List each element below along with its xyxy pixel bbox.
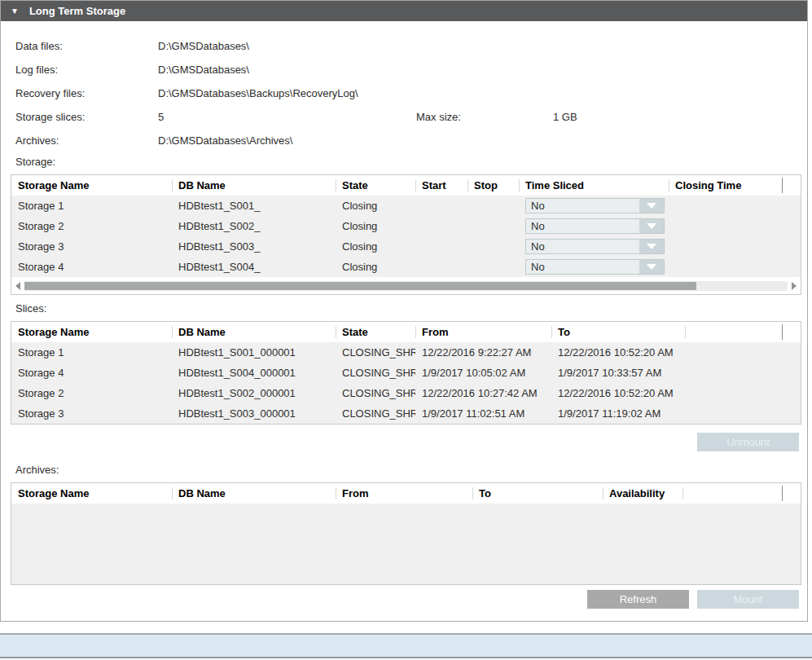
refresh-button[interactable]: Refresh — [587, 590, 689, 609]
cell-storage_name: Storage 4 — [11, 257, 172, 277]
cell-storage_name: Storage 2 — [11, 216, 172, 236]
column-header-stop[interactable]: Stop — [467, 175, 519, 196]
cell-start — [415, 196, 467, 216]
scrollbar-track[interactable] — [24, 281, 788, 291]
field-value: D:\GMSDatabases\Archives\ — [158, 134, 292, 147]
field-label: Archives: — [15, 134, 158, 147]
field-value: D:\GMSDatabases\ — [158, 64, 249, 76]
field-label: Data files: — [15, 40, 158, 52]
column-header-time_sliced[interactable]: Time Sliced — [519, 175, 669, 196]
cell-blank — [685, 403, 782, 424]
cell-storage_name: Storage 4 — [11, 363, 172, 383]
time-sliced-dropdown[interactable]: No — [525, 218, 665, 234]
table-row[interactable]: Storage 1HDBtest1_S001_ClosingNo — [11, 196, 801, 216]
table-row[interactable]: Storage 3HDBtest1_S003_ClosingNo — [11, 236, 801, 257]
chevron-down-glyph — [647, 264, 656, 270]
time-sliced-dropdown[interactable]: No — [525, 259, 665, 275]
cell-blank — [685, 383, 782, 403]
column-header-to[interactable]: To — [551, 322, 685, 342]
field-value: 1 GB — [553, 111, 577, 123]
cell-stop — [467, 196, 519, 216]
cell-state: CLOSING_SHR — [336, 363, 415, 383]
column-header-filler — [782, 483, 801, 504]
slices-section-label: Slices: — [15, 302, 807, 317]
mount-button[interactable]: Mount — [697, 590, 799, 609]
cell-start — [415, 257, 467, 277]
chevron-down-icon[interactable] — [639, 199, 664, 213]
table-row[interactable]: Storage 2HDBtest1_S002_ClosingNo — [11, 216, 801, 236]
cell-db_name: HDBtest1_S004_000001 — [172, 363, 336, 383]
bottom-status-bar — [0, 633, 812, 658]
field-label: Log files: — [15, 64, 158, 76]
field-value: D:\GMSDatabases\ — [158, 40, 249, 52]
cell-from: 12/22/2016 9:22:27 AM — [415, 342, 551, 363]
column-header-to[interactable]: To — [472, 483, 603, 504]
column-header-db_name[interactable]: DB Name — [172, 175, 336, 196]
chevron-down-icon[interactable] — [639, 240, 664, 253]
chevron-down-glyph — [647, 223, 656, 229]
archives-table: Storage NameDB NameFromToAvailability — [11, 482, 801, 585]
table-header: Storage NameDB NameStateStartStopTime Sl… — [11, 175, 801, 196]
unmount-button-row: Unmount — [1, 433, 808, 451]
cell-start — [415, 236, 467, 257]
collapse-arrow-icon[interactable]: ▼ — [11, 7, 19, 15]
table-body: Storage 1HDBtest1_S001_ClosingNoStorage … — [11, 196, 801, 277]
column-header-filler — [782, 175, 801, 196]
table-row[interactable]: Storage 4HDBtest1_S004_ClosingNo — [11, 257, 801, 277]
cell-blank — [685, 363, 782, 383]
column-header-storage_name[interactable]: Storage Name — [11, 175, 172, 196]
field-label: Max size: — [416, 111, 461, 123]
column-header-storage_name[interactable]: Storage Name — [11, 483, 172, 504]
cell-closing_time — [669, 236, 782, 257]
column-header-state[interactable]: State — [336, 175, 415, 196]
table-header: Storage NameDB NameFromToAvailability — [11, 483, 801, 504]
time-sliced-dropdown[interactable]: No — [525, 239, 665, 254]
scrollbar-thumb[interactable] — [24, 282, 696, 290]
cell-db_name: HDBtest1_S001_000001 — [172, 342, 336, 363]
panel-header[interactable]: ▼ Long Term Storage — [1, 1, 807, 21]
scroll-right-arrow-icon[interactable] — [792, 282, 797, 290]
cell-time_sliced: No — [519, 257, 669, 277]
unmount-button[interactable]: Unmount — [697, 433, 799, 451]
table-row[interactable]: Storage 1HDBtest1_S001_000001CLOSING_SHR… — [11, 342, 801, 363]
column-header-state[interactable]: State — [336, 322, 415, 342]
cell-time_sliced: No — [519, 196, 669, 216]
dropdown-value: No — [526, 240, 639, 253]
column-header-storage_name[interactable]: Storage Name — [11, 322, 172, 342]
bottom-button-row: Refresh Mount — [1, 590, 808, 609]
column-header-db_name[interactable]: DB Name — [172, 322, 336, 342]
chevron-down-glyph — [647, 203, 656, 209]
chevron-down-icon[interactable] — [639, 260, 664, 274]
cell-db_name: HDBtest1_S003_ — [172, 236, 336, 257]
column-header-start[interactable]: Start — [415, 175, 467, 196]
column-header-from[interactable]: From — [415, 322, 551, 342]
column-header-blank[interactable] — [685, 322, 782, 342]
column-header-from[interactable]: From — [336, 483, 472, 504]
long-term-storage-panel: ▼ Long Term Storage Data files:D:\GMSDat… — [0, 0, 808, 622]
column-header-closing_time[interactable]: Closing Time — [669, 175, 782, 196]
chevron-down-icon[interactable] — [639, 219, 664, 233]
field-row: Archives:D:\GMSDatabases\Archives\ — [15, 129, 807, 152]
table-row[interactable]: Storage 2HDBtest1_S002_000001CLOSING_SHR… — [11, 383, 801, 403]
cell-stop — [467, 216, 519, 236]
fields: Data files:D:\GMSDatabases\Log files:D:\… — [15, 34, 807, 152]
dropdown-value: No — [526, 219, 639, 233]
table-row[interactable]: Storage 3HDBtest1_S003_000001CLOSING_SHR… — [11, 403, 801, 424]
table-row[interactable]: Storage 4HDBtest1_S004_000001CLOSING_SHR… — [11, 363, 801, 383]
cell-storage_name: Storage 1 — [11, 196, 172, 216]
cell-closing_time — [669, 216, 782, 236]
field-label: Recovery files: — [15, 87, 158, 99]
column-header-blank[interactable] — [683, 483, 782, 504]
column-header-availability[interactable]: Availability — [603, 483, 683, 504]
cell-to: 1/9/2017 11:19:02 AM — [551, 403, 685, 424]
time-sliced-dropdown[interactable]: No — [525, 198, 665, 213]
cell-to: 1/9/2017 10:33:57 AM — [551, 363, 685, 383]
cell-to: 12/22/2016 10:52:20 AM — [551, 342, 685, 363]
slices-table: Storage NameDB NameStateFromToStorage 1H… — [11, 321, 801, 425]
cell-state: Closing — [336, 236, 415, 257]
scroll-left-arrow-icon[interactable] — [15, 282, 20, 290]
column-header-db_name[interactable]: DB Name — [172, 483, 336, 504]
cell-closing_time — [669, 257, 782, 277]
cell-stop — [467, 236, 519, 257]
horizontal-scrollbar[interactable] — [11, 277, 801, 294]
